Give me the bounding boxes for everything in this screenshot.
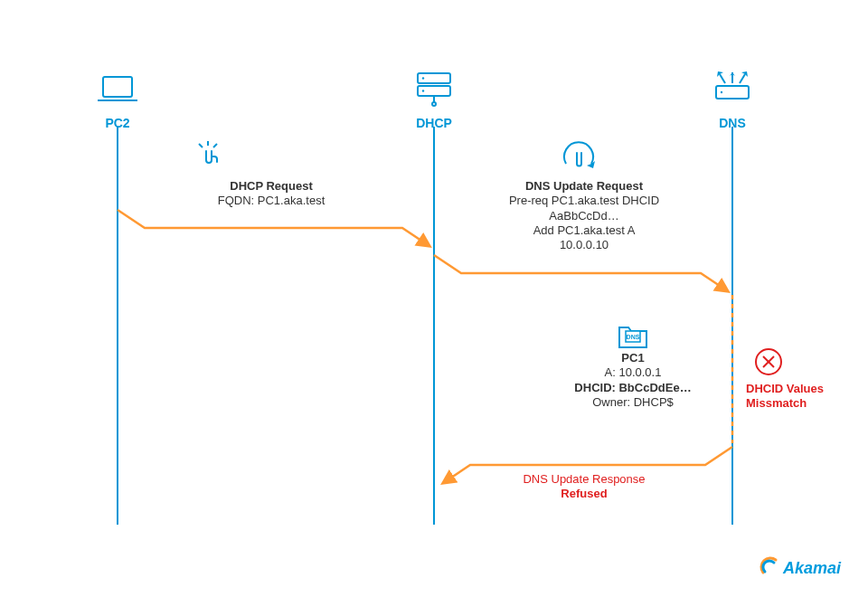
msg-dns-update-prereq-val: AaBbCcDd…	[509, 209, 659, 223]
error-icon	[756, 349, 781, 374]
brand-text: Akamai	[783, 559, 841, 578]
dns-record-owner: Owner: DHCP$	[574, 395, 691, 410]
msg-dns-response-title: DNS Update Response	[523, 472, 645, 487]
svg-line-13	[199, 144, 203, 147]
svg-point-4	[422, 77, 424, 79]
node-label-dhcp: DHCP	[416, 116, 452, 130]
brand-logo: Akamai	[760, 556, 841, 581]
svg-line-15	[213, 144, 217, 147]
msg-dns-update-add: Add PC1.aka.test A	[509, 223, 659, 238]
svg-point-9	[721, 91, 722, 93]
msg-dns-update-request: DNS Update Request Pre-req PC1.aka.test …	[509, 179, 659, 252]
dns-record-icon: DNS	[619, 327, 646, 347]
dns-record-a: A: 10.0.0.1	[574, 365, 691, 380]
msg-dns-update-ip: 10.0.0.10	[509, 238, 659, 252]
brand-swoosh-icon	[760, 556, 779, 581]
svg-rect-0	[103, 77, 132, 97]
msg-dhcp-request-fqdn: FQDN: PC1.aka.test	[218, 194, 325, 208]
dns-record-block: PC1 A: 10.0.0.1 DHCID: BbCcDdEe… Owner: …	[574, 351, 691, 410]
error-line1: DHCID Values	[746, 382, 824, 396]
msg-dns-update-request-title: DNS Update Request	[509, 179, 659, 194]
svg-line-12	[740, 74, 745, 83]
dns-record-dhcid: DHCID: BbCcDdEe…	[574, 381, 691, 395]
dns-record-host: PC1	[574, 351, 691, 365]
msg-dns-update-response: DNS Update Response Refused	[523, 472, 645, 502]
msg-dhcp-request: DHCP Request FQDN: PC1.aka.test	[218, 179, 325, 209]
node-label-dns: DNS	[719, 116, 746, 130]
dns-server-icon	[716, 71, 749, 99]
click-circle-icon	[564, 142, 595, 168]
error-line2: Missmatch	[746, 396, 824, 411]
error-text: DHCID Values Missmatch	[746, 382, 824, 410]
laptop-icon	[98, 77, 137, 100]
arrow-dns-update-request	[434, 255, 728, 291]
msg-dhcp-request-title: DHCP Request	[218, 179, 325, 194]
click-icon	[199, 141, 217, 163]
diagram-svg: DNS	[0, 0, 868, 597]
svg-point-7	[432, 102, 436, 106]
svg-point-5	[422, 90, 424, 91]
svg-text:DNS: DNS	[627, 334, 640, 340]
server-icon	[418, 73, 450, 106]
svg-line-10	[720, 74, 725, 83]
node-label-pc2: PC2	[105, 116, 129, 130]
msg-dns-update-prereq: Pre-req PC1.aka.test DHCID	[509, 194, 659, 208]
arrow-dhcp-request	[118, 210, 429, 246]
msg-dns-response-status: Refused	[523, 487, 645, 501]
diagram-canvas: DNS PC2 DHCP DNS DHCP Request FQDN: PC1.…	[0, 0, 868, 597]
